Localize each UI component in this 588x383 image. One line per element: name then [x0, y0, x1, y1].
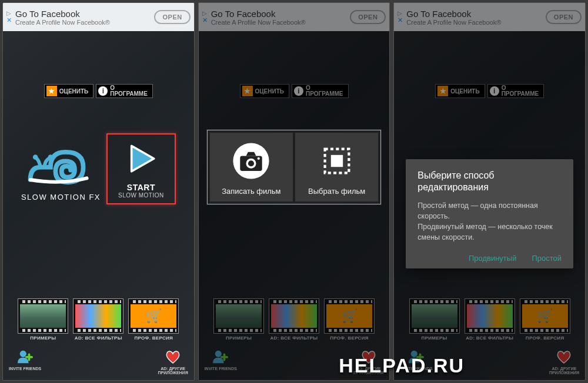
- camera-icon: [231, 141, 271, 181]
- screen-3: ▷✕ Go To Facebook Create A Profile Now F…: [393, 2, 586, 381]
- ad-subtitle: Create A Profile Now Facebook®: [15, 19, 151, 26]
- stamp-icon: [317, 141, 357, 181]
- svg-rect-9: [330, 155, 342, 167]
- other-apps-l2: ПРИЛОЖЕНИЯ: [158, 371, 188, 375]
- choose-source-dialog: Записать фильм Выбрать фильм: [207, 130, 382, 204]
- ad-title: Go To Facebook: [15, 9, 151, 19]
- rate-button[interactable]: ★ ОЦЕНИТЬ: [44, 84, 93, 98]
- film-pro-label: ПРОФ. ВЕРСИЯ: [128, 335, 179, 341]
- film-pro[interactable]: 🛒 ПРОФ. ВЕРСИЯ: [128, 298, 179, 341]
- dialog-body: Простой метод — одна постоянная скорость…: [417, 200, 562, 243]
- top-buttons: ★ ОЦЕНИТЬ i О ПРОГРАММЕ: [3, 84, 194, 98]
- dialog-title: Выберите способ редактирования: [417, 170, 562, 193]
- film-strip-row: ПРИМЕРЫ AD: ВСЕ ФИЛЬТРЫ 🛒 ПРОФ. ВЕРСИЯ: [3, 298, 194, 341]
- invite-label: INVITE FRIENDS: [9, 367, 41, 371]
- simple-button[interactable]: Простой: [532, 254, 562, 263]
- rate-button[interactable]: ★ОЦЕНИТЬ: [240, 84, 289, 98]
- film-examples[interactable]: ПРИМЕРЫ: [18, 298, 68, 341]
- app-logo: SLOW MOTION FX: [21, 136, 101, 201]
- invite-friends-button[interactable]: INVITE FRIENDS: [205, 349, 237, 375]
- svg-point-2: [19, 350, 26, 357]
- film-ad-label: AD: ВСЕ ФИЛЬТРЫ: [73, 335, 123, 341]
- info-icon: i: [98, 86, 108, 96]
- about-label-2: ПРОГРАММЕ: [110, 90, 148, 97]
- start-button[interactable]: START SLOW MOTION: [106, 133, 176, 204]
- adchoices-icon: ▷: [6, 10, 12, 16]
- film-ad[interactable]: AD: ВСЕ ФИЛЬТРЫ: [73, 298, 123, 341]
- star-icon: ★: [46, 86, 57, 96]
- logo-text: SLOW MOTION FX: [21, 193, 101, 201]
- svg-point-7: [258, 157, 260, 160]
- close-ad-icon[interactable]: ✕: [6, 16, 12, 23]
- svg-point-6: [248, 160, 254, 166]
- svg-point-11: [411, 350, 417, 357]
- other-apps-button[interactable]: AD: ДРУГИЕПРИЛОЖЕНИЯ: [353, 349, 383, 375]
- svg-point-10: [215, 350, 222, 357]
- film-examples-label: ПРИМЕРЫ: [18, 335, 68, 341]
- other-apps-l1: AD: ДРУГИЕ: [161, 367, 185, 371]
- ad-banner[interactable]: ▷✕ Go To Facebook Create A Profile Now F…: [394, 3, 585, 31]
- screen-1: ▷ ✕ Go To Facebook Create A Profile Now …: [2, 2, 195, 381]
- pick-label: Выбрать фильм: [299, 187, 375, 196]
- ad-banner[interactable]: ▷ ✕ Go To Facebook Create A Profile Now …: [3, 3, 194, 31]
- pick-video-button[interactable]: Выбрать фильм: [295, 133, 378, 201]
- other-apps-button[interactable]: AD: ДРУГИЕ ПРИЛОЖЕНИЯ: [158, 349, 188, 375]
- record-label: Записать фильм: [213, 187, 289, 196]
- rate-label: ОЦЕНИТЬ: [59, 88, 88, 95]
- about-button[interactable]: i О ПРОГРАММЕ: [96, 84, 153, 98]
- screen-2: ▷✕ Go To Facebook Create A Profile Now F…: [198, 2, 390, 381]
- start-sub: SLOW MOTION: [118, 192, 164, 199]
- heart-icon: [164, 349, 182, 364]
- play-icon: [118, 142, 164, 178]
- invite-icon: [16, 349, 34, 364]
- about-button[interactable]: i ОПРОГРАММЕ: [292, 84, 349, 98]
- invite-friends-button[interactable]: INVITE FRIENDS: [9, 349, 41, 375]
- ad-open-button[interactable]: OPEN: [154, 10, 190, 24]
- svg-point-1: [48, 154, 54, 160]
- adchoices[interactable]: ▷ ✕: [6, 10, 12, 23]
- start-label: START: [118, 183, 164, 192]
- svg-point-0: [33, 154, 38, 160]
- record-video-button[interactable]: Записать фильм: [210, 133, 293, 201]
- edit-method-dialog: Выберите способ редактирования Простой м…: [406, 159, 573, 268]
- advanced-button[interactable]: Продвинутый: [469, 254, 517, 263]
- ad-banner[interactable]: ▷✕ Go To Facebook Create A Profile Now F…: [199, 3, 390, 31]
- snail-icon: [25, 136, 96, 188]
- ad-text: Go To Facebook Create A Profile Now Face…: [15, 9, 151, 26]
- cart-icon: 🛒: [146, 308, 162, 324]
